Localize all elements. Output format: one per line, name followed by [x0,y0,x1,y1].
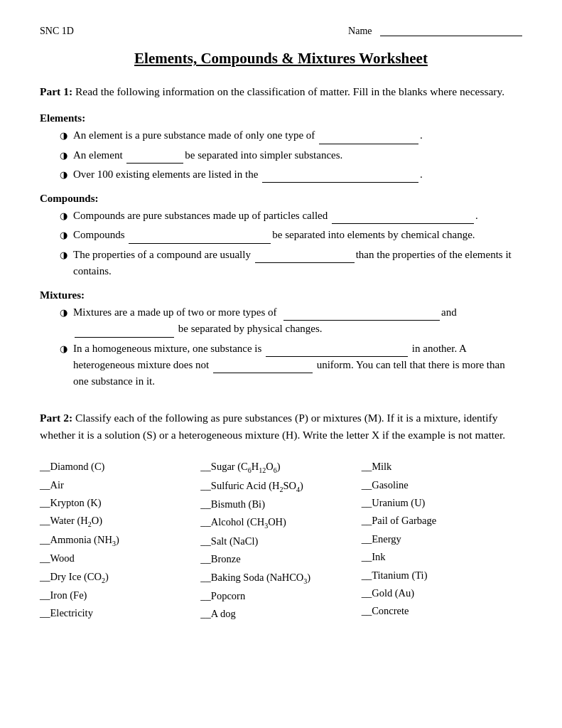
list-item: __Air [40,476,200,494]
classify-col3: __Milk __Gasoline __Uranium (U) __Pail o… [362,458,522,623]
list-item: ◑ An element is a pure substance made of… [60,127,522,144]
elements-list: ◑ An element is a pure substance made of… [60,127,522,183]
header: SNC 1D Name [40,26,522,37]
classify-grid: __Diamond (C) __Air __Krypton (K) __Wate… [40,458,522,623]
list-item: __Bronze [200,550,361,568]
blank [126,163,183,164]
name-underline [380,36,522,36]
list-item: __Energy [362,530,522,548]
bullet-icon: ◑ [60,342,67,356]
bullet-icon: ◑ [60,129,67,143]
blank [283,320,440,321]
list-item: __Uranium (U) [362,494,522,512]
blank [129,243,271,244]
blank [332,223,474,224]
list-item: __Dry Ice (CO2) [40,568,200,587]
list-item: ◑ In a homogeneous mixture, one substanc… [60,341,522,390]
bullet-icon: ◑ [60,306,67,320]
list-item: __Concrete [362,602,522,620]
list-item: ◑ Compounds be separated into elements b… [60,227,522,243]
elements-heading: Elements: [40,112,522,124]
compounds-list: ◑ Compounds are pure substances made up … [60,208,522,279]
list-item: __Gasoline [362,476,522,494]
bullet-icon: ◑ [60,228,67,242]
bullet-icon: ◑ [60,168,67,182]
list-item: ◑ Over 100 existing elements are listed … [60,166,522,183]
blank [75,337,174,338]
blank [319,144,418,144]
compounds-heading: Compounds: [40,193,522,205]
mixtures-list: ◑ Mixtures are a made up of two or more … [60,304,522,390]
bullet-icon: ◑ [60,149,67,163]
part2-intro: Part 2: Classify each of the following a… [40,410,522,444]
list-item: __Popcorn [200,587,361,605]
list-item: __Alcohol (CH3OH) [200,513,361,532]
list-item: __Ammonia (NH3) [40,531,200,550]
list-item: __Pail of Garbage [362,512,522,530]
list-item: __Iron (Fe) [40,587,200,604]
list-item: ◑ Compounds are pure substances made up … [60,208,522,224]
blank [262,182,418,183]
bullet-icon: ◑ [60,209,67,223]
list-item: __Milk [362,458,522,476]
list-item: __Sulfuric Acid (H2SO4) [200,477,361,496]
classify-col1: __Diamond (C) __Air __Krypton (K) __Wate… [40,458,200,623]
list-item: __Water (H2O) [40,512,200,530]
list-item: __Salt (NaCl) [200,532,361,550]
course-label: SNC 1D [40,26,74,37]
blank [266,356,408,357]
list-item: __Electricity [40,604,200,622]
list-item: ◑ An element be separated into simpler s… [60,147,522,164]
list-item: __Ink [362,548,522,566]
list-item: __Titanium (Ti) [362,567,522,584]
list-item: ◑ The properties of a compound are usual… [60,247,522,280]
list-item: __Gold (Au) [362,584,522,602]
classify-col2: __Sugar (C6H12O6) __Sulfuric Acid (H2SO4… [200,458,361,623]
bullet-icon: ◑ [60,248,67,262]
list-item: __Wood [40,550,200,567]
list-item: __Sugar (C6H12O6) [200,458,361,476]
name-field: Name [348,26,522,37]
part1-intro: Part 1: Read the following information o… [40,83,522,100]
list-item: __Baking Soda (NaHCO3) [200,569,361,587]
mixtures-heading: Mixtures: [40,289,522,301]
blank [213,373,313,373]
blank [255,262,355,263]
list-item: __Bismuth (Bi) [200,496,361,513]
list-item: __Diamond (C) [40,458,200,476]
page-title: Elements, Compounds & Mixtures Worksheet [40,50,522,68]
list-item: __A dog [200,605,361,623]
list-item: __Krypton (K) [40,494,200,512]
list-item: ◑ Mixtures are a made up of two or more … [60,304,522,338]
